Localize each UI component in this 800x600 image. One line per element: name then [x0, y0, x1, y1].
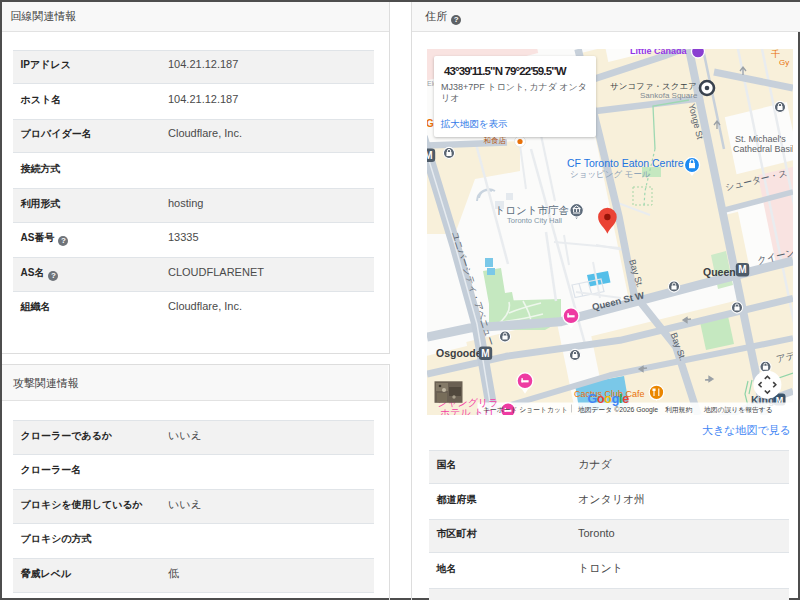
svg-text:M: M: [427, 150, 433, 161]
svg-text:サンコファ・スクエア: サンコファ・スクエア: [610, 81, 697, 91]
svg-text:ショッピング モール: ショッピング モール: [570, 168, 651, 178]
svg-text:Osgoode: Osgoode: [436, 347, 482, 359]
svg-text:Toronto City Hall: Toronto City Hall: [507, 215, 562, 224]
svg-text:地図データ ©2026 Google: 地図データ ©2026 Google: [577, 405, 658, 413]
svg-text:利用規約: 利用規約: [665, 405, 692, 413]
svg-text:Gy: Gy: [779, 58, 789, 67]
svg-text:M: M: [481, 348, 489, 359]
svg-text:Cathedral Basilica: Cathedral Basilica: [733, 143, 793, 153]
svg-text:和食店: 和食店: [484, 136, 507, 145]
svg-text:G: G: [427, 118, 434, 129]
svg-text:St. Michael's: St. Michael's: [735, 133, 786, 143]
svg-text:M: M: [738, 264, 746, 275]
svg-text:地図の誤りを報告する: 地図の誤りを報告する: [703, 405, 773, 413]
svg-text:キーボード ショートカット: キーボード ショートカット: [483, 405, 568, 413]
svg-text:Little Canada: Little Canada: [630, 49, 688, 56]
svg-text:トロント市庁舎: トロント市庁舎: [495, 204, 569, 216]
svg-text:Sankofa Square: Sankofa Square: [640, 90, 698, 99]
svg-text:Queen: Queen: [703, 265, 736, 277]
svg-text:CF Toronto Eaton Centre: CF Toronto Eaton Centre: [567, 157, 684, 169]
svg-text:Google: Google: [588, 392, 630, 406]
